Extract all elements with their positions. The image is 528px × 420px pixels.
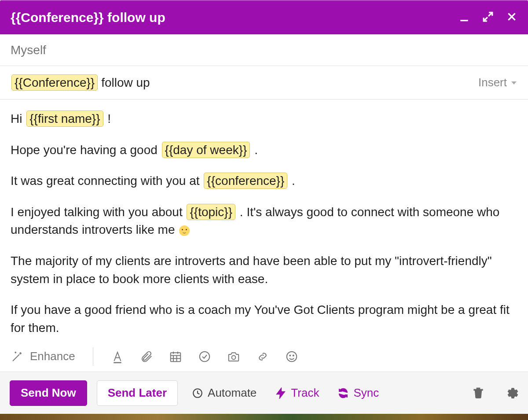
text: . — [251, 143, 258, 157]
body-line-5: The majority of my clients are introvert… — [11, 252, 517, 288]
merge-token-first-name[interactable]: {{first name}} — [26, 111, 103, 127]
svg-line-6 — [13, 354, 19, 361]
body-line-greeting: Hi {{first name}} ! — [11, 110, 517, 128]
text: Hi — [11, 112, 26, 125]
merge-token-conference[interactable]: {{Conference}} — [11, 74, 98, 91]
send-now-button[interactable]: Send Now — [10, 380, 87, 406]
recipients-field[interactable]: Myself — [0, 34, 528, 66]
window-title: {{Conference}} follow up — [11, 10, 458, 25]
window-controls — [458, 11, 517, 24]
calendar-icon[interactable] — [169, 350, 182, 363]
titlebar: {{Conference}} follow up — [0, 0, 528, 34]
insert-dropdown[interactable]: Insert — [478, 76, 517, 89]
attachment-icon[interactable] — [140, 350, 153, 363]
merge-token-topic[interactable]: {{topic}} — [187, 204, 235, 220]
text: I enjoyed talking with you about — [11, 205, 186, 219]
text: It was great connecting with you at — [11, 174, 203, 188]
enhance-button[interactable]: Enhance — [11, 350, 75, 363]
body-fade — [0, 328, 528, 341]
expand-icon[interactable] — [482, 11, 494, 24]
svg-point-20 — [231, 355, 235, 359]
svg-marker-5 — [511, 81, 517, 85]
sync-icon — [337, 387, 349, 399]
link-icon[interactable] — [256, 350, 269, 363]
svg-point-23 — [293, 355, 293, 356]
body-line-3: It was great connecting with you at {{co… — [11, 172, 517, 190]
text: ! — [104, 112, 111, 125]
bolt-icon — [275, 387, 286, 399]
minimize-icon[interactable] — [458, 11, 470, 24]
sync-button[interactable]: Sync — [333, 386, 383, 400]
format-toolbar: Enhance — [0, 341, 528, 372]
separator — [93, 347, 93, 366]
chevron-down-icon — [510, 79, 517, 86]
merge-token-day-of-week[interactable]: {{day of week}} — [162, 142, 250, 158]
smile-emoji — [179, 225, 190, 236]
action-bar: Send Now Send Later Automate Track Sync — [0, 372, 528, 414]
send-later-button[interactable]: Send Later — [97, 380, 178, 406]
svg-rect-27 — [477, 388, 480, 389]
camera-icon[interactable] — [227, 350, 240, 363]
svg-point-22 — [290, 355, 290, 356]
font-style-icon[interactable] — [111, 350, 124, 363]
svg-point-19 — [199, 351, 209, 361]
subject-field[interactable]: {{Conference}} follow up — [11, 74, 150, 91]
automate-button[interactable]: Automate — [187, 386, 261, 400]
clock-icon — [192, 387, 203, 399]
magic-wand-icon — [11, 350, 24, 363]
bottom-strip — [0, 414, 528, 420]
recipients-placeholder: Myself — [11, 43, 46, 57]
delete-icon[interactable] — [472, 387, 485, 400]
track-label: Track — [291, 386, 319, 400]
text: . — [288, 174, 295, 188]
enhance-label: Enhance — [30, 350, 75, 363]
send-later-label: Send Later — [108, 386, 167, 400]
close-icon[interactable] — [506, 11, 517, 24]
subject-row: {{Conference}} follow up Insert — [0, 66, 528, 99]
text: Hope you're having a good — [11, 143, 161, 157]
send-now-label: Send Now — [21, 386, 76, 400]
merge-token-conference[interactable]: {{conference}} — [204, 173, 287, 189]
insert-label: Insert — [478, 76, 507, 89]
checkmark-circle-icon[interactable] — [198, 350, 211, 363]
email-body[interactable]: Hi {{first name}} ! Hope you're having a… — [0, 99, 528, 341]
svg-point-21 — [286, 351, 297, 361]
sync-label: Sync — [353, 386, 379, 400]
automate-label: Automate — [208, 386, 257, 400]
body-line-2: Hope you're having a good {{day of week}… — [11, 141, 517, 159]
settings-icon[interactable] — [505, 387, 518, 400]
compose-window: {{Conference}} follow up Myself {{Confer… — [0, 0, 528, 420]
svg-marker-25 — [277, 388, 285, 398]
track-button[interactable]: Track — [271, 386, 323, 400]
svg-rect-12 — [170, 353, 180, 361]
emoji-picker-icon[interactable] — [285, 350, 298, 363]
body-line-4: I enjoyed talking with you about {{topic… — [11, 203, 517, 239]
subject-text-rest: follow up — [101, 76, 150, 90]
